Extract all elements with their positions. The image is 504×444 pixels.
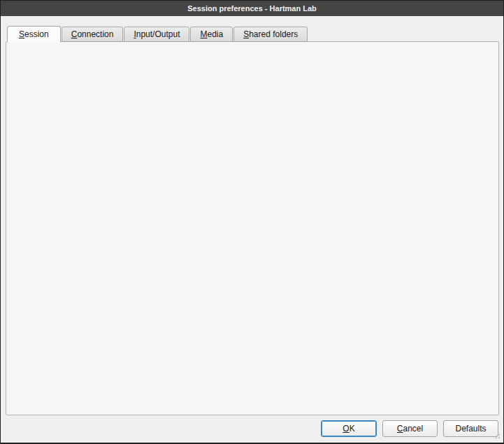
session-tab-pane xyxy=(6,41,499,415)
tab-shared-folders-label: Shared folders xyxy=(243,29,298,39)
tab-input-output[interactable]: Input/Output xyxy=(124,27,189,42)
tab-media-label: Media xyxy=(200,29,223,39)
tab-shared-folders[interactable]: Shared folders xyxy=(233,27,308,42)
defaults-button[interactable]: Defaults xyxy=(443,420,498,437)
tab-media[interactable]: Media xyxy=(190,27,233,42)
cancel-button[interactable]: Cancel xyxy=(382,420,438,437)
ok-button[interactable]: OK xyxy=(321,420,377,437)
session-preferences-dialog: Session preferences - Hartman Lab Sessio… xyxy=(0,0,504,444)
tab-connection[interactable]: Connection xyxy=(62,27,124,42)
titlebar[interactable]: Session preferences - Hartman Lab xyxy=(1,1,503,16)
window-title: Session preferences - Hartman Lab xyxy=(187,4,317,13)
tab-bar: Session Connection Input/Output Media Sh… xyxy=(7,25,308,42)
tab-session-label: Session xyxy=(19,29,49,39)
tab-connection-label: Connection xyxy=(71,29,114,39)
tab-session[interactable]: Session xyxy=(7,26,61,43)
tab-input-output-label: Input/Output xyxy=(134,29,180,39)
